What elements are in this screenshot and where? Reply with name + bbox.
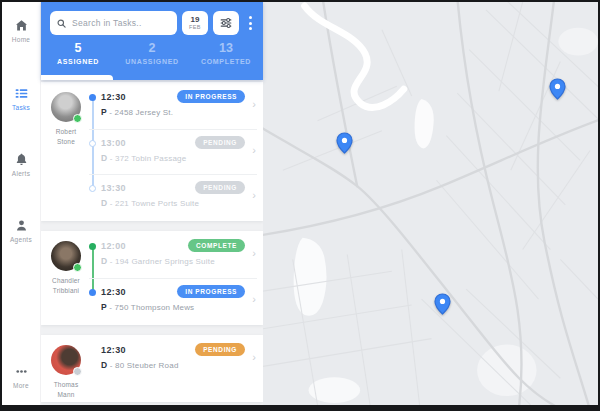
dot (249, 16, 252, 19)
timeline-dot (89, 289, 96, 296)
status-badge: COMPLETE (188, 239, 245, 252)
tab-completed[interactable]: 13 COMPLETED (189, 41, 263, 65)
dot (249, 22, 252, 25)
task-address-text: - 194 Gardner Springs Suite (107, 257, 214, 266)
avatar[interactable] (51, 241, 81, 271)
avatar[interactable] (51, 345, 81, 375)
search-icon (57, 19, 66, 28)
timeline-dot (89, 243, 96, 250)
sidebar-item-label: Home (12, 36, 31, 43)
sidebar-item-label: Agents (10, 236, 32, 243)
task-address: P - 2458 Jersey St. (101, 107, 253, 117)
task-row[interactable]: 12:30 P - 2458 Jersey St. IN PROGRESS › (89, 84, 257, 129)
chevron-right-icon[interactable]: › (252, 352, 256, 363)
task-address: D - 194 Gardner Springs Suite (101, 256, 253, 266)
tab-label: ASSIGNED (41, 58, 115, 65)
task-row[interactable]: 12:30 P - 750 Thompson Mews IN PROGRESS … (89, 278, 257, 323)
app-window: Home Tasks Alerts Agents More (0, 0, 600, 411)
tasks-column: 12:00 D - 194 Gardner Springs Suite COMP… (89, 233, 263, 323)
map-canvas[interactable] (263, 2, 598, 405)
agent-status-dot (73, 114, 82, 123)
overflow-menu-button[interactable] (244, 14, 256, 32)
avatar[interactable] (51, 92, 81, 122)
task-address-text: - 750 Thompson Mews (107, 303, 194, 312)
home-icon (14, 18, 29, 33)
tasks-icon (14, 86, 29, 101)
sidebar-item-agents[interactable]: Agents (2, 218, 40, 243)
map-pin-icon[interactable] (549, 78, 566, 100)
tab-unassigned[interactable]: 2 UNASSIGNED (115, 41, 189, 65)
sidebar-item-more[interactable]: More (2, 364, 40, 389)
status-badge: PENDING (195, 136, 245, 149)
tasks-column: 12:30 P - 2458 Jersey St. IN PROGRESS › … (89, 84, 263, 219)
status-badge: IN PROGRESS (177, 90, 245, 103)
agent-column: Chandler Tribbiani (47, 233, 85, 323)
chevron-right-icon[interactable]: › (252, 248, 256, 259)
tab-label: COMPLETED (189, 58, 263, 65)
map-pin-icon[interactable] (336, 132, 353, 154)
sidebar-item-label: Tasks (12, 104, 30, 111)
task-group-card: Chandler Tribbiani 12:00 D - 194 Gardner… (41, 231, 263, 325)
dot (249, 27, 252, 30)
task-tabs: 5 ASSIGNED 2 UNASSIGNED 13 COMPLETED (41, 41, 263, 65)
agents-icon (14, 218, 29, 233)
timeline-dot (89, 140, 96, 147)
tasks-column: 12:30 D - 80 Steuber Road PENDING › (89, 337, 263, 400)
more-icon (14, 364, 29, 379)
search-input[interactable] (70, 17, 170, 29)
status-badge: PENDING (195, 343, 245, 356)
sidebar-item-label: More (13, 382, 29, 389)
filter-button[interactable] (213, 11, 239, 35)
bell-icon (14, 152, 29, 167)
sidebar: Home Tasks Alerts Agents More (2, 2, 41, 405)
task-list: Robert Stone 12:30 P - 2458 Jersey St. I… (41, 80, 263, 405)
task-row[interactable]: 13:30 D - 221 Towne Ports Suite PENDING … (89, 174, 257, 219)
map-pin-icon[interactable] (434, 293, 451, 315)
task-row[interactable]: 12:00 D - 194 Gardner Springs Suite COMP… (89, 233, 257, 278)
status-badge: IN PROGRESS (177, 285, 245, 298)
sidebar-item-label: Alerts (12, 170, 30, 177)
status-badge: PENDING (195, 181, 245, 194)
date-picker-button[interactable]: 19 FEB (182, 11, 208, 35)
task-row[interactable]: 13:00 D - 372 Tobin Passage PENDING › (89, 129, 257, 174)
sidebar-item-alerts[interactable]: Alerts (2, 152, 40, 177)
tab-count: 13 (189, 41, 263, 55)
agent-column: Robert Stone (47, 84, 85, 219)
active-tab-underline (41, 75, 113, 80)
sidebar-item-tasks[interactable]: Tasks (2, 86, 40, 111)
tab-label: UNASSIGNED (115, 58, 189, 65)
map-tiles (263, 2, 598, 405)
agent-column: Thomas Mann (47, 337, 85, 400)
task-group-card: Thomas Mann 12:30 D - 80 Steuber Road PE… (41, 335, 263, 402)
chevron-right-icon[interactable]: › (252, 145, 256, 156)
date-day: 19 (191, 16, 200, 25)
task-group-card: Robert Stone 12:30 P - 2458 Jersey St. I… (41, 82, 263, 221)
task-address-text: - 372 Tobin Passage (107, 154, 186, 163)
task-address: P - 750 Thompson Mews (101, 302, 253, 312)
task-row[interactable]: 12:30 D - 80 Steuber Road PENDING › (89, 337, 257, 382)
task-address-text: - 221 Towne Ports Suite (107, 199, 199, 208)
agent-name: Chandler Tribbiani (47, 276, 85, 296)
task-address: D - 372 Tobin Passage (101, 153, 253, 163)
tab-count: 2 (115, 41, 189, 55)
panel-header: 19 FEB (41, 2, 263, 80)
tab-count: 5 (41, 41, 115, 55)
agent-name: Robert Stone (47, 127, 85, 147)
date-month: FEB (189, 24, 201, 30)
task-address: D - 80 Steuber Road (101, 360, 253, 370)
task-address-text: - 80 Steuber Road (107, 361, 178, 370)
chevron-right-icon[interactable]: › (252, 99, 256, 110)
task-address: D - 221 Towne Ports Suite (101, 198, 253, 208)
filter-sliders-icon (219, 16, 233, 30)
task-panel: 19 FEB (41, 2, 263, 405)
tab-assigned[interactable]: 5 ASSIGNED (41, 41, 115, 65)
agent-status-dot (73, 367, 82, 376)
chevron-right-icon[interactable]: › (252, 294, 256, 305)
task-address-text: - 2458 Jersey St. (107, 108, 173, 117)
sidebar-item-home[interactable]: Home (2, 18, 40, 43)
search-box[interactable] (50, 11, 177, 35)
chevron-right-icon[interactable]: › (252, 190, 256, 201)
timeline-dot (89, 94, 96, 101)
timeline-dot (89, 185, 96, 192)
agent-name: Thomas Mann (47, 380, 85, 400)
